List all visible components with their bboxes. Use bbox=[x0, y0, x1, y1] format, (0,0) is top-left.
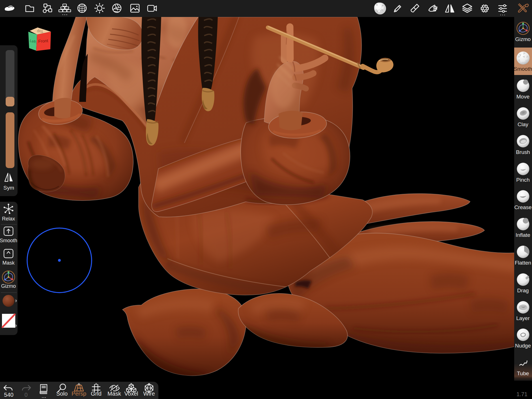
svg-text:0: 0 bbox=[24, 392, 27, 398]
svg-text:Voxel: Voxel bbox=[124, 391, 138, 397]
svg-text:Inflate: Inflate bbox=[516, 232, 530, 238]
svg-text:540: 540 bbox=[4, 392, 13, 398]
svg-text:Layer: Layer bbox=[516, 315, 530, 321]
svg-text:Relax: Relax bbox=[2, 216, 15, 222]
svg-text:Flatten: Flatten bbox=[515, 260, 531, 266]
svg-text:Solo: Solo bbox=[56, 391, 68, 397]
svg-text:Smooth: Smooth bbox=[0, 238, 17, 243]
svg-text:Wire: Wire bbox=[143, 391, 155, 397]
svg-text:Gizmo: Gizmo bbox=[515, 36, 531, 42]
svg-text:Nudge: Nudge bbox=[515, 343, 531, 349]
svg-text:Persp: Persp bbox=[72, 391, 86, 397]
svg-text:Mask: Mask bbox=[2, 260, 15, 266]
svg-text:...: ... bbox=[42, 393, 46, 399]
svg-text:Crease: Crease bbox=[514, 204, 531, 210]
svg-text:Smooth: Smooth bbox=[514, 66, 532, 72]
svg-text:Brush: Brush bbox=[516, 149, 530, 155]
svg-text:Pinch: Pinch bbox=[516, 177, 530, 183]
svg-text:Mask: Mask bbox=[107, 391, 121, 397]
svg-text:Clay: Clay bbox=[518, 121, 529, 127]
svg-text:Top: Top bbox=[37, 29, 44, 34]
svg-text:Sym: Sym bbox=[3, 185, 14, 191]
svg-text:Tube: Tube bbox=[517, 370, 529, 376]
svg-text:Drag: Drag bbox=[517, 288, 529, 293]
svg-text:Grid: Grid bbox=[91, 391, 102, 397]
svg-text:Move: Move bbox=[516, 94, 529, 100]
svg-text:Gizmo: Gizmo bbox=[1, 283, 16, 289]
svg-text:Front: Front bbox=[38, 38, 49, 44]
